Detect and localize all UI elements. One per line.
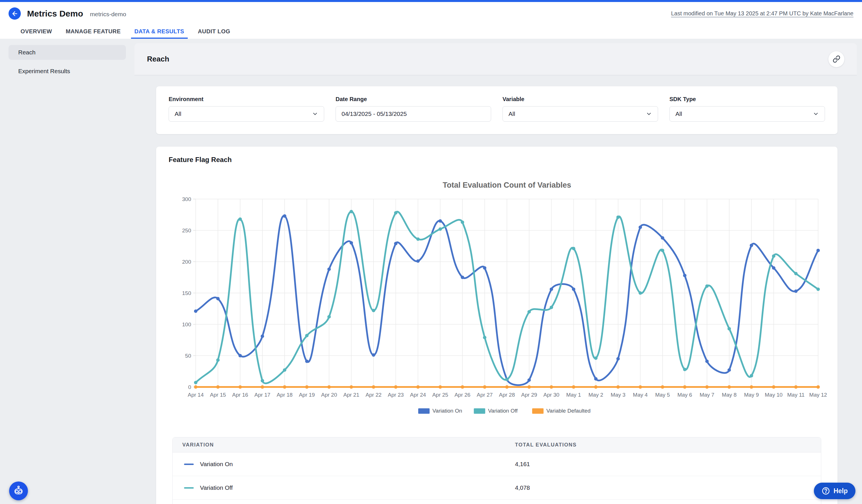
tab-bar: OVERVIEW MANAGE FEATURE DATA & RESULTS A… [0,25,862,39]
svg-text:300: 300 [182,196,191,202]
svg-text:May 3: May 3 [611,392,626,398]
last-modified-text: Last modified on Tue May 13 2025 at 2:47… [671,10,853,17]
sidebar-item-experiment-results[interactable]: Experiment Results [9,64,126,79]
svg-text:May 7: May 7 [700,392,715,398]
assistant-button[interactable] [9,481,28,500]
svg-text:May 8: May 8 [722,392,737,398]
chevron-down-icon [813,111,819,117]
svg-text:Variable Defaulted: Variable Defaulted [546,408,590,414]
svg-text:May 6: May 6 [677,392,692,398]
svg-text:50: 50 [185,353,191,359]
tab-audit-log[interactable]: AUDIT LOG [195,25,234,39]
link-icon [833,55,840,63]
help-label: Help [834,487,848,495]
feature-key: metrics-demo [90,11,126,18]
svg-text:Apr 18: Apr 18 [277,392,292,398]
svg-text:Apr 23: Apr 23 [388,392,404,398]
date-range-label: Date Range [336,96,491,103]
svg-text:Apr 27: Apr 27 [476,392,493,398]
svg-text:Apr 24: Apr 24 [410,392,426,398]
variable-select[interactable]: All [502,106,658,122]
table-row: Variation On 4,161 [173,452,821,476]
help-button[interactable]: Help [814,483,856,499]
arrow-left-icon [11,10,18,17]
sdk-type-label: SDK Type [669,96,825,103]
svg-text:May 9: May 9 [744,392,759,398]
filter-variable: Variable All [502,96,658,122]
evaluation-count-line-chart[interactable]: Total Evaluation Count of Variables05010… [156,167,837,418]
svg-text:150: 150 [182,290,191,296]
robot-icon [12,485,25,497]
svg-text:Apr 30: Apr 30 [544,392,560,398]
row-label: Variation On [200,461,233,467]
svg-text:Apr 20: Apr 20 [321,392,337,398]
table-header-row: VARIATION TOTAL EVALUATIONS [173,437,821,452]
svg-text:May 5: May 5 [655,392,670,398]
sidebar: Reach Experiment Results [0,39,134,504]
series-color-dash [184,487,194,489]
svg-text:Apr 29: Apr 29 [521,392,537,398]
svg-text:May 11: May 11 [787,392,805,398]
svg-text:Apr 19: Apr 19 [299,392,315,398]
svg-text:Variation Off: Variation Off [488,408,518,414]
table-row: Variation Off 4,078 [173,476,821,500]
svg-text:May 12: May 12 [809,392,827,398]
legend-item[interactable]: Variable Defaulted [532,408,590,414]
row-label: Variation Off [200,485,233,491]
svg-text:0: 0 [188,384,191,390]
col-variation: VARIATION [182,442,214,448]
svg-text:May 4: May 4 [633,392,648,398]
page-title: Metrics Demo [27,9,83,18]
variation-table: VARIATION TOTAL EVALUATIONS Variation On… [172,437,821,504]
filter-date-range: Date Range [336,96,491,122]
svg-text:May 2: May 2 [589,392,603,398]
series-color-dash [184,464,194,465]
sdk-type-select[interactable]: All [669,106,825,122]
environment-select[interactable]: All [169,106,324,122]
reach-chart-card: Feature Flag Reach Total Evaluation Coun… [156,147,837,504]
section-header: Reach [134,43,857,76]
legend-item[interactable]: Variation On [418,408,462,414]
svg-text:Apr 28: Apr 28 [499,392,515,398]
col-total-evaluations: TOTAL EVALUATIONS [515,442,577,448]
legend-item[interactable]: Variation Off [474,408,518,414]
svg-text:250: 250 [182,227,191,234]
row-value: 4,078 [515,485,530,491]
svg-text:Variation On: Variation On [432,408,462,414]
question-circle-icon [822,487,830,495]
back-button[interactable] [9,8,21,19]
filter-sdk-type: SDK Type All [669,96,825,122]
filter-environment: Environment All [169,96,324,122]
top-accent-bar [0,0,862,2]
svg-text:Apr 25: Apr 25 [432,392,448,398]
sdk-type-value: All [676,110,682,117]
environment-label: Environment [169,96,324,103]
chevron-down-icon [646,111,652,117]
chart-card-title: Feature Flag Reach [169,156,837,164]
svg-text:Apr 14: Apr 14 [188,392,204,398]
copy-link-button[interactable] [828,51,844,67]
tab-manage-feature[interactable]: MANAGE FEATURE [62,25,124,39]
tab-overview[interactable]: OVERVIEW [17,25,55,39]
svg-text:Apr 16: Apr 16 [232,392,248,398]
svg-text:Apr 22: Apr 22 [365,392,381,398]
svg-text:Total Evaluation Count of Vari: Total Evaluation Count of Variables [443,181,571,189]
variable-value: All [509,110,515,117]
svg-text:100: 100 [182,321,191,328]
table-row: Variable Defaulted 0 [173,500,821,504]
sidebar-item-reach[interactable]: Reach [9,45,126,60]
filters-panel: Environment All Date Range Variable All … [156,86,837,134]
tab-data-results[interactable]: DATA & RESULTS [131,25,188,39]
svg-text:Apr 17: Apr 17 [254,392,270,398]
svg-text:May 1: May 1 [566,392,581,398]
svg-text:Apr 15: Apr 15 [210,392,226,398]
environment-value: All [174,110,181,117]
svg-text:Apr 26: Apr 26 [454,392,470,398]
svg-text:May 10: May 10 [765,392,783,398]
svg-text:200: 200 [182,259,191,265]
date-range-input[interactable] [336,106,491,122]
row-value: 4,161 [515,461,530,467]
section-title: Reach [147,55,169,64]
app-header: Metrics Demo metrics-demo Last modified … [0,2,862,25]
variable-label: Variable [502,96,658,103]
